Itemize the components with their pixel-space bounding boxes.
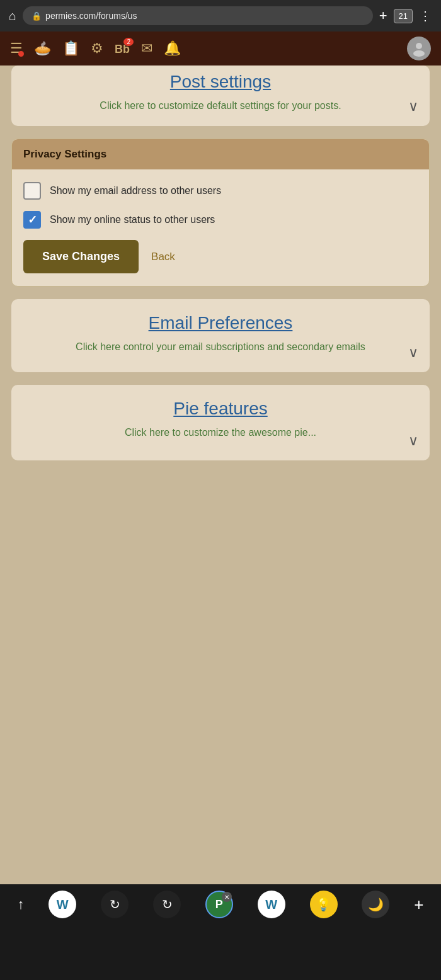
pie-features-subtitle: Click here to customize the awesome pie.… [24, 425, 417, 440]
email-checkbox-label: Show my email address to other users [50, 185, 221, 197]
sync-icon-2[interactable]: ↻ [153, 891, 181, 918]
post-settings-chevron[interactable]: ∨ [408, 98, 418, 115]
lightbulb-icon[interactable]: 💡 [310, 891, 338, 918]
address-bar[interactable]: 🔒 permies.com/forums/us [23, 6, 373, 25]
post-settings-card: Post settings ∨ Click here to customize … [11, 66, 430, 126]
bb-icon[interactable]: Bb 2 [115, 40, 130, 57]
wordpress-icon-2[interactable]: W [258, 891, 285, 918]
email-checkbox-row: Show my email address to other users [23, 182, 418, 200]
pie-icon[interactable]: 🥧 [34, 40, 51, 57]
email-preferences-subtitle: Click here control your email subscripti… [24, 339, 417, 355]
online-status-checkbox-row: Show my online status to other users [23, 211, 418, 229]
post-settings-subtitle: Click here to customize default settings… [24, 98, 417, 113]
home-icon[interactable]: ⌂ [9, 9, 16, 23]
tab-count[interactable]: 21 [394, 9, 413, 23]
bell-icon[interactable]: 🔔 [164, 40, 181, 57]
page-content: Post settings ∨ Click here to customize … [0, 66, 441, 884]
back-link[interactable]: Back [151, 251, 175, 263]
email-preferences-title[interactable]: Email Preferences [24, 313, 417, 333]
browser-chrome: ⌂ 🔒 permies.com/forums/us + 21 ⋮ [0, 0, 441, 31]
mail-icon[interactable]: ✉ [141, 40, 152, 57]
menu-icon[interactable]: ☰ [10, 40, 23, 57]
settings-icon[interactable]: ⚙ [91, 40, 103, 57]
email-preferences-card: Email Preferences ∨ Click here control y… [11, 299, 430, 372]
post-settings-title[interactable]: Post settings [24, 72, 417, 92]
privacy-body: Show my email address to other users Sho… [12, 169, 429, 286]
email-preferences-chevron[interactable]: ∨ [408, 345, 418, 361]
save-changes-button[interactable]: Save Changes [23, 240, 139, 273]
bottom-toolbar: ↑ W ↻ ↻ P ✕ W 💡 🌙 + [0, 884, 441, 925]
scroll-up-button[interactable]: ↑ [17, 896, 24, 913]
wordpress-icon-1[interactable]: W [49, 891, 76, 918]
add-button[interactable]: + [414, 895, 423, 914]
more-menu-button[interactable]: ⋮ [419, 8, 432, 23]
email-checkbox[interactable] [23, 182, 41, 200]
online-status-checkbox[interactable] [23, 211, 41, 229]
close-badge[interactable]: ✕ [222, 892, 232, 902]
privacy-button-row: Save Changes Back [23, 240, 418, 273]
svg-point-0 [416, 43, 422, 49]
privacy-settings-section: Privacy Settings Show my email address t… [11, 139, 430, 287]
posts-icon[interactable]: 📋 [62, 40, 79, 57]
pie-features-title[interactable]: Pie features [24, 399, 417, 419]
sync-icon-1[interactable]: ↻ [101, 891, 129, 918]
pie-features-card: Pie features ∨ Click here to customize t… [11, 385, 430, 460]
online-status-checkbox-label: Show my online status to other users [50, 214, 215, 225]
moon-icon[interactable]: 🌙 [362, 891, 389, 918]
lock-icon: 🔒 [32, 11, 42, 21]
url-text: permies.com/forums/us [45, 11, 137, 21]
privacy-header-title: Privacy Settings [23, 148, 106, 160]
avatar[interactable] [407, 37, 431, 60]
permies-icon[interactable]: P ✕ [205, 891, 233, 918]
pie-features-chevron[interactable]: ∨ [408, 433, 418, 449]
privacy-header: Privacy Settings [12, 139, 429, 169]
new-tab-button[interactable]: + [379, 8, 387, 24]
svg-point-1 [413, 50, 425, 57]
top-nav: ☰ 🥧 📋 ⚙ Bb 2 ✉ 🔔 [0, 31, 441, 66]
bb-badge: 2 [123, 38, 134, 46]
